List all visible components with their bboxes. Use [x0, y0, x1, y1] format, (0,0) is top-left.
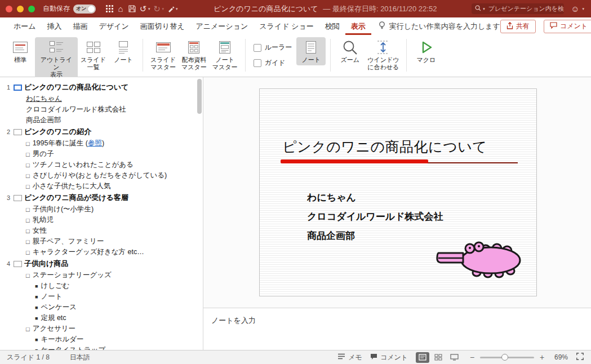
slide-master-button[interactable]: スライド マスター — [148, 37, 179, 73]
slide-thumbnail-icon[interactable] — [14, 85, 22, 91]
tell-me-box[interactable]: 実行したい作業内容を入力します — [378, 21, 500, 32]
outline-slide-heading[interactable]: 3ピンクのワニ商品が受ける客層 — [0, 192, 203, 204]
normal-view-button[interactable]: 標準 — [6, 37, 35, 65]
slide-thumbnail-icon[interactable] — [14, 129, 22, 135]
zoom-out-button[interactable]: − — [469, 353, 476, 362]
outline-item[interactable]: ■けしごむ — [0, 281, 203, 291]
outline-item[interactable]: □女性 — [0, 225, 203, 236]
slide-title[interactable]: ピンクのワニの商品化について — [282, 137, 487, 156]
outline-item[interactable]: □1995年春に誕生 (参照) — [0, 138, 203, 149]
slide-sorter-button[interactable]: スライド 一覧 — [78, 37, 109, 73]
outline-item[interactable]: ■キーホルダー — [0, 334, 203, 345]
zoom-button[interactable]: ズーム — [335, 37, 365, 65]
comments-button[interactable]: コメント — [544, 20, 591, 33]
tab-挿入[interactable]: 挿入 — [42, 17, 68, 35]
format-painter-chevron-icon[interactable]: ▾ — [176, 7, 178, 11]
share-button[interactable]: 共有 — [500, 20, 536, 33]
handout-master-button[interactable]: 配布資料 マスター — [179, 37, 210, 73]
macros-button[interactable]: マクロ — [411, 37, 441, 65]
notes-pane[interactable]: ノートを入力 — [203, 308, 591, 350]
save-icon[interactable] — [126, 0, 137, 17]
slide-number: 4 — [3, 260, 10, 267]
outline-item[interactable]: □子供向け(〜小学生) — [0, 204, 203, 215]
outline-view-button[interactable]: アウトライン 表示 — [35, 37, 78, 80]
outline-item[interactable]: 商品企画部 — [0, 115, 203, 126]
outline-item[interactable]: ■ケータイストラップ — [0, 345, 203, 350]
notes-toggle-button[interactable]: ノート — [296, 37, 326, 65]
outline-item[interactable]: ■ノート — [0, 291, 203, 302]
feedback-smiley-icon[interactable]: ☺ — [571, 4, 579, 14]
tab-アニメーション[interactable]: アニメーション — [190, 17, 254, 35]
outline-item-text: 小さな子供たちに大人気 — [33, 181, 111, 191]
outline-item[interactable]: □親子ペア、ファミリー — [0, 236, 203, 247]
home-icon[interactable]: ⌂ — [115, 0, 126, 17]
outline-item[interactable]: □キャラクターグッズ好きな方 etc… — [0, 247, 203, 258]
search-chevron-icon[interactable]: ▾ — [483, 7, 485, 11]
outline-item[interactable]: クロコダイルワールド株式会社 — [0, 104, 203, 115]
outline-item[interactable]: □ステーショナリーグッズ — [0, 270, 203, 281]
pink-crocodile-drawing[interactable] — [436, 236, 522, 282]
outline-item[interactable]: □男の子 — [0, 149, 203, 159]
outline-item[interactable]: □ツチノコといわれたことがある — [0, 159, 203, 170]
fit-slide-button[interactable] — [576, 352, 584, 362]
ruler-checkbox[interactable] — [254, 44, 261, 52]
outline-pane[interactable]: 1ピンクのワニの商品化についてわにちゃんクロコダイルワールド株式会社商品企画部2… — [0, 77, 203, 350]
slideshow-view-switch[interactable] — [447, 352, 461, 363]
language-indicator[interactable]: 日本語 — [70, 353, 90, 362]
tab-画面切り替え[interactable]: 画面切り替え — [135, 17, 190, 35]
zoom-percentage[interactable]: 69% — [550, 353, 568, 361]
memo-icon — [337, 353, 345, 361]
outline-slide-heading[interactable]: 2ピンクのワニの紹介 — [0, 126, 203, 138]
minimize-window-button[interactable] — [17, 6, 24, 12]
slide-sorter-view-switch[interactable] — [432, 352, 445, 363]
slide-thumbnail-icon[interactable] — [14, 195, 22, 201]
zoom-slider[interactable] — [480, 357, 534, 358]
zoom-slider-thumb[interactable] — [501, 354, 508, 361]
redo-chevron-icon[interactable]: ▾ — [162, 7, 165, 11]
outline-item[interactable]: ■ペンケース — [0, 302, 203, 313]
tab-表示[interactable]: 表示 — [345, 17, 371, 35]
redo-icon[interactable]: ↻ — [152, 0, 163, 17]
feedback-chevron-icon[interactable]: ▾ — [582, 7, 584, 11]
outline-item[interactable]: ■定規 etc — [0, 313, 203, 323]
macros-icon — [418, 39, 434, 55]
format-painter-icon[interactable] — [165, 0, 176, 17]
memo-button[interactable]: メモ — [337, 353, 362, 362]
fit-to-window-button[interactable]: ウインドウ に合わせる — [365, 37, 402, 73]
undo-chevron-icon[interactable]: ▾ — [148, 7, 150, 11]
outline-scrollbar[interactable] — [197, 79, 202, 114]
outline-slide-heading[interactable]: 1ピンクのワニの商品化について — [0, 81, 203, 94]
search-box[interactable]: ▾ プレゼンテーション内を検索 — [472, 3, 564, 14]
outline-item[interactable]: □アクセサリー — [0, 323, 203, 334]
tab-校閲[interactable]: 校閲 — [319, 17, 345, 35]
outline-slide-heading[interactable]: 4子供向け商品 — [0, 258, 203, 270]
outline-slide-title: ピンクのワニ商品が受ける客層 — [24, 193, 128, 203]
tab-スライド ショー[interactable]: スライド ショー — [254, 17, 319, 35]
notes-page-button[interactable]: ノート — [109, 37, 138, 65]
normal-view-switch[interactable] — [416, 352, 429, 363]
comments-toggle-button[interactable]: コメント — [370, 353, 408, 362]
titlebar: 自動保存 オン ⌂ ↺▾ ↻▾ ▾ ピンクのワニの商品化について — 最終保存日… — [0, 0, 591, 17]
tab-描画[interactable]: 描画 — [68, 17, 94, 35]
guides-checkbox-row[interactable]: ガイド — [254, 58, 292, 68]
outline-item[interactable]: □乳幼児 — [0, 215, 203, 225]
tab-デザイン[interactable]: デザイン — [94, 17, 135, 35]
outline-item[interactable]: わにちゃん — [0, 94, 203, 104]
outline-item[interactable]: □さびしがりや(おともだちをさがしている) — [0, 170, 203, 181]
app-grid-icon[interactable] — [104, 0, 115, 17]
guides-checkbox[interactable] — [254, 59, 261, 67]
outline-item[interactable]: □小さな子供たちに大人気 — [0, 181, 203, 192]
zoom-in-button[interactable]: + — [539, 353, 545, 362]
undo-icon[interactable]: ↺ — [137, 0, 149, 17]
slide-canvas[interactable]: ピンクのワニの商品化について わにちゃんクロコダイルワールド株式会社商品企画部 — [203, 77, 591, 308]
slide[interactable]: ピンクのワニの商品化について わにちゃんクロコダイルワールド株式会社商品企画部 — [259, 88, 537, 296]
close-window-button[interactable] — [6, 6, 12, 12]
slide-subtitle-block[interactable]: わにちゃんクロコダイルワールド株式会社商品企画部 — [307, 188, 443, 246]
fullscreen-window-button[interactable] — [28, 6, 35, 12]
slide-thumbnail-icon[interactable] — [14, 261, 22, 267]
ruler-checkbox-row[interactable]: ルーラー — [254, 43, 292, 52]
notes-master-button[interactable]: ノート マスター — [210, 37, 241, 73]
reference-link[interactable]: 参照 — [88, 139, 102, 147]
tab-ホーム[interactable]: ホーム — [8, 17, 42, 35]
autosave-toggle[interactable]: オン — [73, 5, 96, 14]
